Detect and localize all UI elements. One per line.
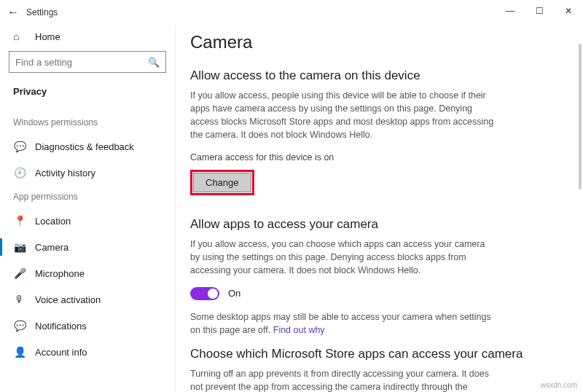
location-icon: 📍 xyxy=(13,215,26,227)
allow-apps-heading: Allow apps to access your camera xyxy=(190,217,561,232)
access-status: Camera access for this device is on xyxy=(190,152,561,162)
sidebar-section-apps: App permissions xyxy=(9,186,166,208)
sidebar-item-camera[interactable]: 📷 Camera xyxy=(9,234,166,260)
allow-device-heading: Allow access to the camera on this devic… xyxy=(190,68,561,83)
sidebar-home[interactable]: ⌂ Home xyxy=(9,25,166,51)
sidebar-home-label: Home xyxy=(35,31,60,42)
account-icon: 👤 xyxy=(13,346,26,358)
sidebar-item-microphone[interactable]: 🎤 Microphone xyxy=(9,260,166,286)
toggle-state-label: On xyxy=(228,288,240,299)
scrollbar[interactable] xyxy=(579,44,582,189)
sidebar-item-activity-history[interactable]: 🕘 Activity history xyxy=(9,160,166,186)
maximize-button[interactable]: ☐ xyxy=(525,0,554,22)
page-title: Camera xyxy=(190,32,561,52)
activity-icon: 🕘 xyxy=(13,167,26,179)
sidebar-section-permissions: Windows permissions xyxy=(9,111,166,133)
sidebar: ⌂ Home 🔍 Privacy Windows permissions 💬 D… xyxy=(0,25,175,392)
change-highlight: Change xyxy=(190,170,254,195)
allow-apps-body: If you allow access, you can choose whic… xyxy=(190,238,496,277)
sidebar-item-label: Camera xyxy=(35,242,69,253)
sidebar-item-label: Microphone xyxy=(35,268,85,279)
sidebar-item-label: Activity history xyxy=(35,168,95,179)
diagnostics-icon: 💬 xyxy=(13,141,26,152)
home-icon: ⌂ xyxy=(13,31,26,42)
back-button[interactable]: ← xyxy=(6,6,20,19)
desktop-note: Some desktop apps may still be able to a… xyxy=(190,310,496,337)
sidebar-item-diagnostics[interactable]: 💬 Diagnostics & feedback xyxy=(9,133,166,160)
close-button[interactable]: ✕ xyxy=(554,0,583,22)
watermark: wsxdn.com xyxy=(541,381,577,389)
choose-apps-heading: Choose which Microsoft Store apps can ac… xyxy=(190,347,561,361)
sidebar-item-voice-activation[interactable]: 🎙 Voice activation xyxy=(9,286,166,313)
sidebar-item-label: Notifications xyxy=(35,321,87,332)
sidebar-item-label: Account info xyxy=(35,347,87,358)
content-pane: Camera Allow access to the camera on thi… xyxy=(175,25,583,392)
microphone-icon: 🎤 xyxy=(13,267,26,279)
minimize-button[interactable]: — xyxy=(496,0,525,22)
search-icon: 🔍 xyxy=(148,57,160,68)
voice-icon: 🎙 xyxy=(13,294,26,305)
change-button[interactable]: Change xyxy=(193,173,251,192)
apps-access-toggle[interactable] xyxy=(190,287,219,300)
sidebar-category: Privacy xyxy=(9,83,166,111)
find-out-why-link[interactable]: Find out why xyxy=(273,325,325,335)
sidebar-item-label: Location xyxy=(35,216,71,227)
allow-device-body: If you allow access, people using this d… xyxy=(190,89,496,142)
camera-icon: 📷 xyxy=(13,241,26,253)
sidebar-item-location[interactable]: 📍 Location xyxy=(9,208,166,234)
search-input[interactable] xyxy=(15,57,139,68)
sidebar-item-account-info[interactable]: 👤 Account info xyxy=(9,339,166,365)
choose-apps-body: Turning off an app prevents it from dire… xyxy=(190,367,496,392)
sidebar-item-label: Voice activation xyxy=(35,294,101,305)
sidebar-item-notifications[interactable]: 💬 Notifications xyxy=(9,313,166,339)
window-title: Settings xyxy=(26,7,58,17)
search-box[interactable]: 🔍 xyxy=(9,51,166,73)
sidebar-item-label: Diagnostics & feedback xyxy=(35,141,134,152)
notifications-icon: 💬 xyxy=(13,320,26,332)
